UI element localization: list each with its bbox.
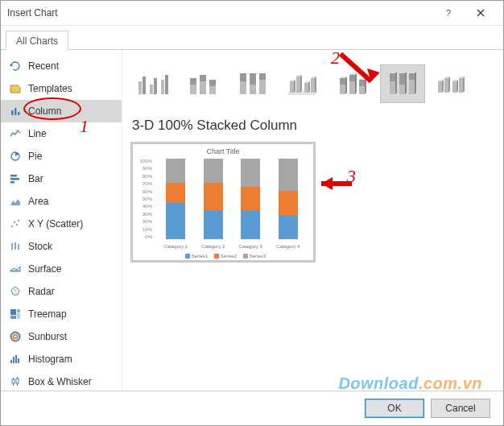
svg-rect-35 [161,80,164,94]
sunburst-icon [9,330,22,343]
help-button[interactable]: ? [432,2,465,24]
svg-rect-60 [390,73,395,81]
tab-all-charts[interactable]: All Charts [6,31,68,50]
bar-icon [9,172,22,185]
svg-rect-1 [11,110,14,115]
sidebar-item-scatter[interactable]: X Y (Scatter) [1,213,122,235]
svg-rect-52 [311,78,315,93]
svg-point-8 [11,225,13,227]
svg-rect-22 [12,379,14,383]
sidebar-item-label: Surface [28,263,61,275]
subtype-clustered-column[interactable] [130,64,176,103]
subtype-100-stacked-column[interactable] [230,64,275,103]
sidebar-item-sunburst[interactable]: Sunburst [1,325,122,348]
stacked-column-icon [185,70,221,97]
svg-rect-12 [10,309,16,315]
svg-rect-68 [459,78,463,93]
chart-subtype-title: 3-D 100% Stacked Column [132,118,494,134]
treemap-icon [9,308,22,321]
svg-rect-20 [15,355,17,363]
svg-rect-65 [438,81,442,93]
svg-rect-51 [304,83,308,93]
area-icon [9,195,22,208]
sidebar-item-label: Histogram [28,354,72,365]
histogram-icon [9,353,22,366]
subtype-3d-column[interactable] [430,64,475,103]
subtype-3d-clustered-column[interactable] [280,64,325,103]
svg-rect-55 [349,81,355,94]
sidebar-item-treemap[interactable]: Treemap [1,303,122,325]
chart-preview-title: Chart Title [133,147,313,155]
ok-button[interactable]: OK [365,399,424,418]
sidebar-item-label: X Y (Scatter) [28,218,83,230]
window-title: Insert Chart [7,7,432,19]
svg-rect-53 [340,85,345,94]
line-icon [9,127,22,140]
help-icon: ? [444,8,453,18]
chart-x-labels: Category 1Category 2 Category 3Category … [157,244,307,249]
sidebar-item-pie[interactable]: Pie [1,145,122,168]
svg-rect-19 [13,357,14,363]
svg-rect-54 [340,78,345,85]
svg-rect-6 [10,178,19,180]
sidebar-item-label: Recent [28,60,59,72]
svg-rect-36 [165,75,168,94]
svg-rect-34 [154,78,157,94]
sidebar-item-bar[interactable]: Bar [1,168,122,190]
sidebar-item-histogram[interactable]: Histogram [1,348,122,370]
sidebar-item-surface[interactable]: Surface [1,258,122,280]
chart-legend: Series1 Series2 Series3 [133,254,313,258]
chart-y-labels: 100%90%80% 70%60%50% 40%30%20% 10%0% [136,159,152,239]
sidebar-item-column[interactable]: Column [1,100,122,122]
subtype-3d-stacked-column[interactable] [330,64,375,103]
svg-rect-50 [296,77,300,93]
dialog-footer: OK Cancel [1,391,503,425]
svg-point-11 [18,220,19,221]
svg-rect-66 [444,78,448,93]
hundred-stacked-column-icon [235,70,271,97]
radar-icon [9,285,22,298]
pie-icon [9,150,22,163]
sidebar-item-label: Column [28,105,61,117]
svg-rect-23 [16,378,19,383]
chart-category-sidebar: Recent Templates Column Line Pie Bar [1,50,122,391]
scatter-icon [9,217,22,230]
templates-icon [9,82,22,95]
svg-rect-14 [17,313,20,319]
sidebar-item-recent[interactable]: Recent [1,55,122,77]
close-button[interactable] [465,2,497,24]
clustered-column-icon [135,70,171,97]
sidebar-item-boxwhisker[interactable]: Box & Whisker [1,370,122,391]
sidebar-item-radar[interactable]: Radar [1,280,122,303]
svg-point-9 [14,221,15,223]
svg-rect-32 [143,77,146,94]
chart-preview[interactable]: Chart Title 100%90%80% 70%60%50% 40%30%2… [130,142,316,263]
svg-rect-13 [17,309,20,312]
sidebar-item-line[interactable]: Line [1,122,122,145]
subtype-3d-100-stacked-column[interactable] [380,64,425,103]
svg-rect-37 [190,85,196,94]
surface-icon [9,263,22,275]
svg-rect-5 [10,175,17,177]
three-d-stacked-column-icon [335,70,370,97]
subtype-stacked-column[interactable] [180,64,225,103]
svg-rect-48 [259,73,266,80]
svg-rect-49 [290,81,294,93]
svg-rect-64 [409,73,415,80]
sidebar-item-templates[interactable]: Templates [1,77,122,100]
sidebar-item-area[interactable]: Area [1,190,122,213]
three-d-clustered-column-icon [285,70,320,97]
svg-rect-46 [250,73,256,85]
sidebar-item-label: Stock [28,241,52,252]
svg-rect-56 [349,75,355,81]
svg-rect-15 [10,316,16,319]
sidebar-item-stock[interactable]: Stock [1,235,122,258]
sidebar-item-label: Line [28,128,47,139]
svg-rect-7 [10,181,14,184]
three-d-column-icon [435,70,470,97]
tabs: All Charts [1,26,503,50]
sidebar-item-label: Radar [28,286,55,297]
cancel-button[interactable]: Cancel [431,399,490,418]
svg-rect-57 [359,86,365,94]
svg-rect-38 [190,78,196,85]
